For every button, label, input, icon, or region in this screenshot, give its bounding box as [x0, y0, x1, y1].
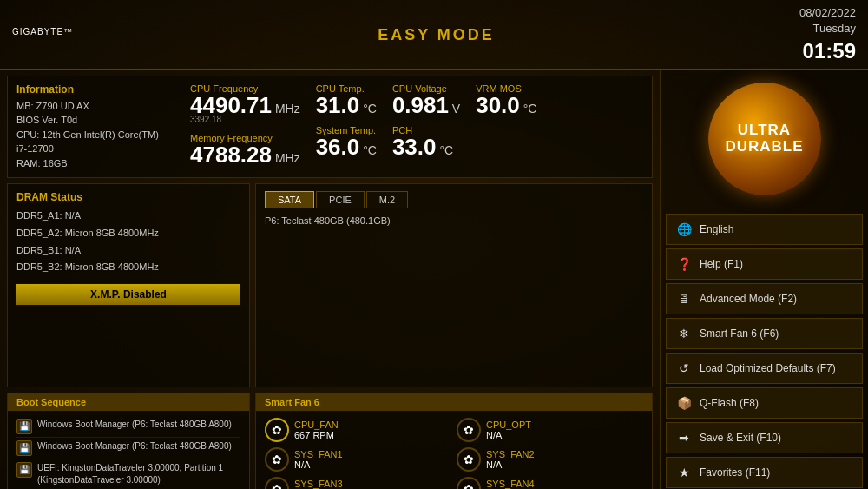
qflash-icon: 📦 — [675, 394, 693, 412]
storage-item-0: P6: Teclast 480GB (480.1GB) — [265, 214, 643, 229]
advanced-icon: 🖥 — [675, 290, 693, 307]
bios-line: BIOS Ver. T0d — [16, 113, 173, 128]
favorites-label: Favorites (F11) — [700, 466, 770, 479]
fan-btn-icon: ❄ — [675, 325, 693, 342]
date-display: 08/02/2022 — [799, 5, 856, 21]
defaults-icon: ↺ — [675, 360, 693, 377]
ultra-durable-badge: ULTRA DURABLE — [708, 83, 821, 195]
metric-group-3: CPU Voltage 0.981 V PCH 33.0 °C — [392, 83, 460, 171]
fan-icon-0: ✿ — [265, 418, 289, 442]
fan-icon-1: ✿ — [457, 418, 481, 442]
dram-b1: DDR5_B1: N/A — [16, 243, 240, 259]
content-area: Information MB: Z790 UD AX BIOS Ver. T0d… — [0, 70, 868, 489]
qflash-button[interactable]: 📦 Q-Flash (F8) — [666, 387, 863, 419]
fan-label-1: CPU_OPT — [486, 420, 531, 430]
divider — [666, 208, 863, 208]
boot-header: Boot Sequence — [8, 393, 249, 411]
brand-name: GIGABYTE — [12, 27, 63, 36]
sys-temp-metric: System Temp. 36.0 °C — [316, 125, 377, 158]
metrics-section: CPU Frequency 4490.71 MHz 3392.18 Memory… — [190, 83, 643, 171]
smartfan-block: Smart Fan 6 ✿ CPU_FAN 667 RPM ✿ — [255, 393, 653, 489]
dram-b2: DDR5_B2: Micron 8GB 4800MHz — [16, 260, 240, 275]
fan-value-0: 667 RPM — [294, 430, 339, 440]
advanced-label: Advanced Mode (F2) — [700, 293, 797, 305]
mem-freq-metric: Memory Frequency 4788.28 MHz — [190, 133, 300, 166]
fan-cpu-opt: ✿ CPU_OPT N/A — [457, 418, 643, 442]
gigabyte-logo: GIGABYTE™ — [12, 24, 73, 47]
cpu-model-line: i7-12700 — [16, 142, 173, 156]
favorites-button[interactable]: ★ Favorites (F11) — [666, 457, 863, 488]
cpu-freq-metric: CPU Frequency 4490.71 MHz 3392.18 — [190, 83, 300, 124]
storage-block: SATA PCIE M.2 P6: Teclast 480GB (480.1GB… — [255, 183, 653, 387]
ram-line: RAM: 16GB — [16, 156, 173, 171]
dram-title: DRAM Status — [16, 191, 240, 203]
date-value: 08/02/2022 — [799, 6, 856, 19]
qflash-label: Q-Flash (F8) — [700, 397, 759, 409]
xmp-button[interactable]: X.M.P. Disabled — [16, 284, 240, 305]
vrm-value: 30.0 °C — [476, 94, 536, 116]
save-exit-label: Save & Exit (F10) — [700, 432, 781, 444]
boot-item-0: 💾 Windows Boot Manager (P6: Teclast 480G… — [16, 416, 240, 438]
right-sidebar: ULTRA DURABLE 🌐 English ❓ Help (F1) 🖥 Ad… — [660, 70, 868, 489]
cpu-voltage-metric: CPU Voltage 0.981 V — [392, 83, 460, 116]
dram-block: DRAM Status DDR5_A1: N/A DDR5_A2: Micron… — [7, 183, 250, 387]
dram-a1: DDR5_A1: N/A — [16, 208, 240, 224]
help-label: Help (F1) — [700, 258, 743, 270]
load-defaults-label: Load Optimized Defaults (F7) — [700, 362, 836, 374]
fan-value-3: N/A — [486, 459, 535, 470]
left-panel: Information MB: Z790 UD AX BIOS Ver. T0d… — [0, 70, 660, 489]
metric-group-4: VRM MOS 30.0 °C — [476, 83, 536, 171]
globe-icon: 🌐 — [675, 221, 693, 238]
storage-tabs: SATA PCIE M.2 — [265, 191, 643, 208]
english-label: English — [700, 223, 733, 235]
header: GIGABYTE™ EASY MODE 08/02/2022 Tuesday 0… — [0, 0, 868, 70]
boot-item-1: 💾 Windows Boot Manager (P6: Teclast 480G… — [16, 438, 240, 459]
fan-label-5: SYS_FAN4 — [486, 479, 535, 489]
time-display: 01:59 — [799, 36, 856, 66]
fan-icon-3: ✿ — [457, 447, 481, 472]
tab-m2[interactable]: M.2 — [366, 191, 408, 208]
fan-label-4: SYS_FAN3 — [294, 479, 343, 489]
middle-row: DRAM Status DDR5_A1: N/A DDR5_A2: Micron… — [7, 183, 653, 387]
metric-group-1: CPU Frequency 4490.71 MHz 3392.18 Memory… — [190, 83, 300, 171]
fan-icon-2: ✿ — [265, 447, 289, 472]
help-button[interactable]: ❓ Help (F1) — [666, 248, 863, 280]
vrm-metric: VRM MOS 30.0 °C — [476, 83, 536, 116]
smart-fan-button[interactable]: ❄ Smart Fan 6 (F6) — [666, 318, 863, 349]
tab-pcie[interactable]: PCIE — [316, 191, 365, 208]
mb-line: MB: Z790 UD AX — [16, 99, 173, 114]
fan-sys4: ✿ SYS_FAN4 N/A — [457, 477, 643, 489]
english-button[interactable]: 🌐 English — [666, 214, 863, 245]
sys-temp-value: 36.0 °C — [316, 135, 377, 158]
load-defaults-button[interactable]: ↺ Load Optimized Defaults (F7) — [666, 353, 863, 384]
pch-value: 33.0 °C — [392, 135, 460, 158]
fan-sys3: ✿ SYS_FAN3 N/A — [265, 477, 451, 489]
fan-value-2: N/A — [294, 459, 343, 470]
boot-icon-2: 💾 — [16, 462, 32, 478]
cpu-voltage-value: 0.981 V — [392, 94, 460, 116]
ud-line2: DURABLE — [725, 139, 803, 155]
save-exit-icon: ➡ — [675, 429, 693, 446]
fan-icon-5: ✿ — [457, 477, 481, 489]
day-display: Tuesday — [799, 21, 856, 36]
fan-label-3: SYS_FAN2 — [486, 449, 535, 459]
boot-icon-1: 💾 — [16, 440, 32, 456]
info-title: Information — [16, 83, 173, 96]
cpu-freq-value: 4490.71 MHz — [190, 94, 300, 116]
fan-grid: ✿ CPU_FAN 667 RPM ✿ CPU_OPT N/A — [265, 418, 643, 489]
save-exit-button[interactable]: ➡ Save & Exit (F10) — [666, 422, 863, 453]
advanced-mode-button[interactable]: 🖥 Advanced Mode (F2) — [666, 283, 863, 314]
smart-fan-label: Smart Fan 6 (F6) — [700, 327, 779, 340]
cpu-temp-metric: CPU Temp. 31.0 °C — [316, 83, 377, 116]
fan-cpu-fan: ✿ CPU_FAN 667 RPM — [265, 418, 451, 442]
cpu-temp-value: 31.0 °C — [316, 94, 377, 116]
metric-group-2: CPU Temp. 31.0 °C System Temp. 36.0 °C — [316, 83, 377, 171]
favorites-icon: ★ — [675, 464, 693, 481]
tab-sata[interactable]: SATA — [265, 191, 314, 208]
fan-value-1: N/A — [486, 430, 531, 440]
datetime: 08/02/2022 Tuesday 01:59 — [799, 5, 856, 66]
main-container: GIGABYTE™ EASY MODE 08/02/2022 Tuesday 0… — [0, 0, 868, 489]
fan-sys2: ✿ SYS_FAN2 N/A — [457, 447, 643, 472]
boot-icon-0: 💾 — [16, 419, 32, 434]
info-section: Information MB: Z790 UD AX BIOS Ver. T0d… — [16, 83, 173, 171]
